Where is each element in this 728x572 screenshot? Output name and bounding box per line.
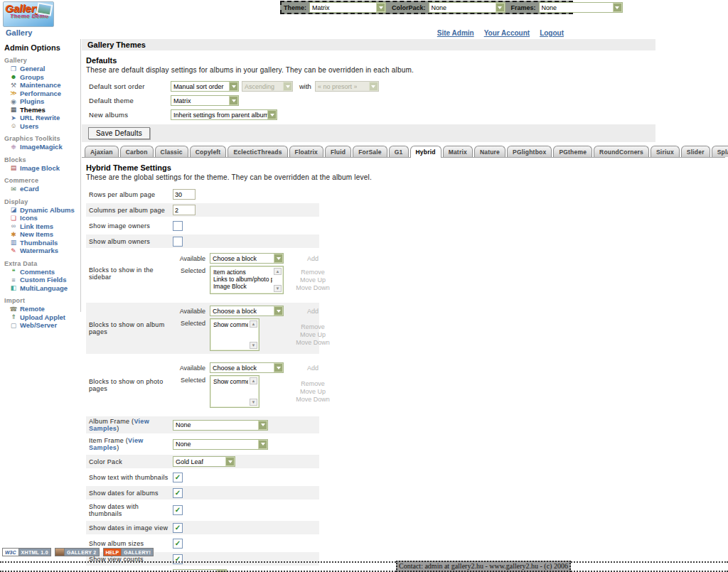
rows-per-album-page-input[interactable] xyxy=(173,189,196,200)
scroll-up-icon[interactable]: ▲ xyxy=(250,377,257,384)
tab-floatrix[interactable]: Floatrix xyxy=(289,146,323,157)
add-link[interactable]: Add xyxy=(291,255,335,262)
sidebar-item-users[interactable]: ☺Users xyxy=(9,122,80,131)
show-image-owners-checkbox[interactable] xyxy=(173,221,183,231)
remove-link[interactable]: Remove xyxy=(291,323,335,330)
breadcrumb-gallery[interactable]: Gallery xyxy=(6,28,32,37)
sidebar-item-remote[interactable]: ☎Remote xyxy=(9,305,80,313)
scroll-down-icon[interactable]: ▼ xyxy=(274,285,282,292)
tab-g1[interactable]: G1 xyxy=(389,146,409,157)
tab-ajaxian[interactable]: Ajaxian xyxy=(85,146,119,157)
tab-pgtheme[interactable]: PGtheme xyxy=(553,146,592,157)
tab-matrix[interactable]: Matrix xyxy=(443,146,473,157)
nav-link-your-account[interactable]: Your Account xyxy=(484,29,530,37)
list-item[interactable]: Links to album/photo peers xyxy=(213,276,272,283)
sidebar-item-new-items[interactable]: ✱New Items xyxy=(9,230,80,239)
theme-select[interactable]: Matrix xyxy=(309,2,386,13)
sidebar-item-custom-fields[interactable]: ≡Custom Fields xyxy=(9,276,80,284)
w3c-xhtml-badge[interactable]: W3CXHTML 1.0 xyxy=(2,548,51,556)
list-item[interactable]: Show comments xyxy=(213,321,248,328)
show-text-with-thumbnails-checkbox[interactable]: ✓ xyxy=(173,473,183,482)
save-defaults-button[interactable]: Save Defaults xyxy=(88,127,150,139)
tab-classic[interactable]: Classic xyxy=(155,146,188,157)
sidebar-item-icons[interactable]: ❏Icons xyxy=(9,214,80,222)
move-up-link[interactable]: Move Up xyxy=(291,331,335,338)
tab-siriux[interactable]: Siriux xyxy=(651,146,680,157)
list-item[interactable]: Show comments xyxy=(213,378,248,385)
sidebar-item-watermarks[interactable]: ✎Watermarks xyxy=(9,247,80,255)
view-samples-link[interactable]: View Samples xyxy=(89,437,144,451)
blocks-to-show-on-photo-pages-available-select[interactable]: Choose a block xyxy=(210,362,284,373)
remove-link[interactable]: Remove xyxy=(291,269,335,276)
tab-forsale[interactable]: ForSale xyxy=(353,146,387,157)
blocks-to-show-on-photo-pages-listbox[interactable]: Show comments▲▼ xyxy=(210,375,259,408)
show-dates-in-image-view-checkbox[interactable]: ✓ xyxy=(173,523,183,533)
tab-pglightbox[interactable]: PGlightbox xyxy=(507,146,552,157)
sidebar-item-ecard[interactable]: ✉eCard xyxy=(9,185,80,193)
move-down-link[interactable]: Move Down xyxy=(291,396,335,403)
sidebar-item-dynamic-albums[interactable]: ◪Dynamic Albums xyxy=(9,206,80,215)
sidebar-item-multilanguage[interactable]: ◧MultiLanguage xyxy=(9,284,80,293)
move-down-link[interactable]: Move Down xyxy=(291,284,335,291)
sidebar-item-general[interactable]: ❐General xyxy=(9,65,80,73)
new-albums-select[interactable]: Inherit settings from parent album xyxy=(171,109,277,120)
scroll-down-icon[interactable]: ▼ xyxy=(250,399,257,406)
remove-link[interactable]: Remove xyxy=(291,380,335,387)
frames-select[interactable]: None xyxy=(539,2,623,13)
color-pack-select[interactable]: Gold Leaf xyxy=(173,456,235,467)
sidebar-item-groups[interactable]: ☻Groups xyxy=(9,73,80,82)
item-frame-select[interactable]: None xyxy=(173,439,268,450)
default-sort-order-select[interactable]: Manual sort order xyxy=(171,81,239,92)
list-item[interactable]: Image Block xyxy=(213,283,272,290)
album-frame-select[interactable]: None xyxy=(173,420,268,431)
scroll-down-icon[interactable]: ▼ xyxy=(250,342,257,349)
sidebar-item-upload-applet[interactable]: ⇑Upload Applet xyxy=(9,313,80,322)
sidebar-item-comments[interactable]: ❝Comments xyxy=(9,268,80,276)
blocks-to-show-on-album-pages-listbox[interactable]: Show comments▲▼ xyxy=(210,318,259,351)
default-theme-select[interactable]: Matrix xyxy=(171,95,239,106)
add-link[interactable]: Add xyxy=(291,308,335,315)
show-dates-for-albums-checkbox[interactable]: ✓ xyxy=(173,488,183,498)
show-album-owners-checkbox[interactable] xyxy=(173,237,183,247)
sidebar-item-link-items[interactable]: ∞Link Items xyxy=(9,222,80,231)
sidebar-item-plugins[interactable]: ◉Plugins xyxy=(9,97,80,106)
sidebar-item-image-block[interactable]: ▤Image Block xyxy=(9,164,80,173)
tab-slider[interactable]: Slider xyxy=(681,146,710,157)
move-up-link[interactable]: Move Up xyxy=(291,388,335,395)
tab-carbon[interactable]: Carbon xyxy=(120,146,154,157)
tab-copyleft[interactable]: Copyleft xyxy=(190,146,227,157)
scroll-up-icon[interactable]: ▲ xyxy=(250,320,257,328)
gallery-logo[interactable]: Gallery Theme Demo xyxy=(3,1,54,27)
sidebar-item-web-server[interactable]: ▢Web/Server xyxy=(9,321,80,330)
sidebar-item-imagemagick[interactable]: ❈ImageMagick xyxy=(9,143,80,151)
colorpack-select[interactable]: None xyxy=(429,2,505,13)
tab-eclecticthreads[interactable]: EclecticThreads xyxy=(228,146,287,157)
move-up-link[interactable]: Move Up xyxy=(291,276,335,284)
columns-per-album-page-input[interactable] xyxy=(173,205,196,215)
show-dates-with-thumbnails-checkbox[interactable]: ✓ xyxy=(173,505,183,515)
sidebar-item-themes[interactable]: ▦Themes xyxy=(9,106,80,114)
sidebar-item-maintenance[interactable]: ⚒Maintenance xyxy=(9,81,80,90)
presort-select[interactable]: « no presort » xyxy=(315,81,379,92)
sort-direction-select[interactable]: Ascending xyxy=(242,81,293,92)
blocks-to-show-in-the-sidebar-available-select[interactable]: Choose a block xyxy=(210,253,284,264)
sidebar-item-performance[interactable]: ≫Performance xyxy=(9,90,80,98)
tab-hybrid[interactable]: Hybrid xyxy=(410,146,441,158)
sidebar-item-url-rewrite[interactable]: ➤URL Rewrite xyxy=(9,114,80,122)
blocks-to-show-in-the-sidebar-listbox[interactable]: Item actionsLinks to album/photo peersIm… xyxy=(210,266,284,294)
gallery2-badge[interactable]: GALLERY 2 xyxy=(55,548,100,556)
tab-roundcorners[interactable]: RoundCorners xyxy=(594,146,649,157)
sidebar-item-thumbnails[interactable]: ▥Thumbnails xyxy=(9,239,80,247)
show-album-sizes-checkbox[interactable]: ✓ xyxy=(173,539,183,549)
nav-link-logout[interactable]: Logout xyxy=(540,29,564,37)
blocks-to-show-on-album-pages-available-select[interactable]: Choose a block xyxy=(210,306,284,316)
tab-fluid[interactable]: Fluid xyxy=(325,146,351,157)
nav-link-site-admin[interactable]: Site Admin xyxy=(437,29,474,37)
tab-nature[interactable]: Nature xyxy=(474,146,505,157)
move-down-link[interactable]: Move Down xyxy=(291,339,335,346)
scroll-up-icon[interactable]: ▲ xyxy=(274,268,282,275)
list-item[interactable]: Item actions xyxy=(213,269,272,276)
view-samples-link[interactable]: View Samples xyxy=(89,418,149,432)
tab-splatbang[interactable]: Splatbang xyxy=(712,146,728,157)
add-link[interactable]: Add xyxy=(291,365,335,372)
